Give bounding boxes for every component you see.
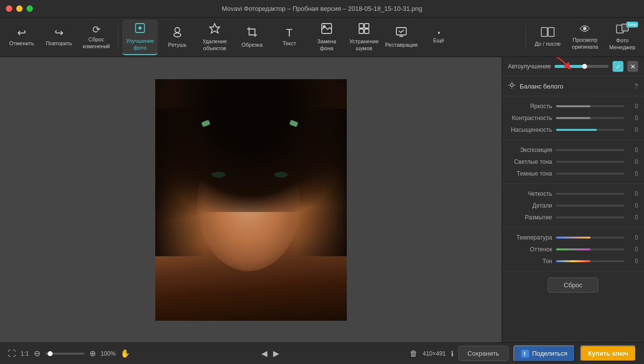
maximize-button[interactable] [27, 5, 33, 12]
buy-button[interactable]: Купить ключ [580, 345, 636, 362]
enhance-icon [134, 22, 146, 36]
svg-point-8 [323, 26, 325, 28]
share-label: Поделиться [532, 350, 567, 357]
adj-brightness-value: 0 [628, 103, 638, 110]
adj-temperature-fill [556, 237, 590, 239]
reset-adjustments-button[interactable]: Сброс [548, 277, 599, 293]
image-info-button[interactable]: ℹ [451, 350, 453, 358]
adj-blur-slider[interactable] [556, 216, 624, 218]
fullscreen-button[interactable]: ⛶ [8, 349, 16, 358]
before-after-icon [541, 27, 555, 39]
toolbar-text[interactable]: T Текст [272, 20, 307, 55]
auto-enhance-confirm[interactable]: ✓ [613, 61, 623, 72]
toolbar-retouch[interactable]: Ретушь [160, 20, 195, 55]
view-original-label: Просмотр оригинала [572, 37, 598, 50]
svg-rect-9 [359, 24, 364, 28]
adj-saturation-slider[interactable] [556, 129, 624, 131]
adj-blur-value: 0 [628, 214, 638, 221]
save-button[interactable]: Сохранить [458, 346, 509, 361]
toolbar-view-original[interactable]: 👁 Просмотр оригинала [567, 20, 603, 55]
minimize-button[interactable] [16, 5, 23, 12]
adj-hue-slider[interactable] [556, 248, 624, 250]
restore-label: Реставрация [385, 42, 418, 48]
window-controls[interactable] [6, 5, 33, 12]
toolbar-replace-bg[interactable]: Замена фона [309, 20, 344, 55]
adj-details-value: 0 [628, 202, 638, 209]
adj-temperature-row: Температура 0 [502, 232, 644, 243]
title-bar: Movavi Фоторедактор – Пробная версия – 2… [0, 0, 644, 18]
delete-image-button[interactable]: 🗑 [410, 349, 418, 358]
adj-blur-row: Размытие 0 [502, 212, 644, 223]
svg-point-4 [175, 28, 180, 32]
toolbar-more[interactable]: ▾ Ещё [421, 20, 456, 55]
adj-clarity-slider[interactable] [556, 193, 624, 195]
toolbar-undo[interactable]: ↩ Отменить [4, 20, 39, 55]
toolbar-enhance[interactable]: Улучшение фото [122, 20, 158, 55]
svg-rect-10 [364, 24, 369, 28]
toolbar-before-after[interactable]: До / после [530, 20, 565, 55]
zoom-percent: 100% [101, 350, 116, 357]
toolbar-redo[interactable]: ↪ Повторить [41, 20, 77, 55]
adj-details-slider[interactable] [556, 205, 624, 207]
next-image-button[interactable]: ▶ [273, 349, 279, 358]
adj-brightness-fill [556, 105, 590, 107]
adj-temperature-value: 0 [628, 234, 638, 241]
svg-rect-12 [364, 29, 369, 33]
more-icon: ▾ [438, 30, 440, 35]
adj-highlights-slider[interactable] [556, 161, 624, 163]
adj-contrast-slider[interactable] [556, 117, 624, 119]
arrow-container: Автоулучшение ✓ ✕ [502, 57, 644, 76]
toolbar-reset[interactable]: ⟳ Сброс изменений [79, 20, 114, 55]
prev-image-button[interactable]: ◀ [261, 349, 267, 358]
undo-label: Отменить [9, 40, 34, 47]
adj-hue-fill [556, 248, 590, 250]
facebook-icon: f [521, 350, 529, 358]
adj-shadows-value: 0 [628, 170, 638, 177]
svg-rect-11 [359, 29, 364, 33]
share-button[interactable]: f Поделиться [513, 345, 575, 362]
retouch-label: Ретушь [168, 42, 187, 48]
adj-tone-row: Тон 0 [502, 255, 644, 267]
zoom-out-icon[interactable]: ⊖ [34, 349, 40, 358]
toolbar-restore[interactable]: Реставрация [384, 20, 419, 55]
view-original-icon: 👁 [580, 24, 590, 35]
adj-blur-label: Размытие [508, 214, 552, 221]
zoom-in-icon[interactable]: ⊕ [89, 349, 96, 358]
adj-brightness-slider[interactable] [556, 105, 624, 107]
toolbar-denoise[interactable]: Устранение шумов [346, 20, 382, 55]
adj-temperature-slider[interactable] [556, 237, 624, 239]
hand-tool-icon[interactable]: ✋ [120, 349, 130, 358]
adj-contrast-label: Контрастность [508, 115, 552, 121]
adj-brightness-row: Яркость 0 [502, 100, 644, 112]
toolbar-remove-objects[interactable]: Удаление объектов [197, 20, 232, 55]
adj-hue-label: Оттенок [508, 246, 552, 253]
text-label: Текст [282, 40, 296, 47]
status-bar: ⛶ 1:1 ⊖ ⊕ 100% ✋ ◀ ▶ 🗑 410×491 ℹ Сохрани… [0, 342, 644, 364]
enhance-label: Улучшение фото [126, 38, 154, 51]
svg-rect-17 [548, 28, 554, 36]
zoom-handle [48, 351, 53, 356]
toolbar-crop[interactable]: Обрезка [234, 20, 270, 55]
adj-section-color: Температура 0 Оттенок 0 Тон 0 [502, 228, 644, 272]
adj-exposure-row: Экспозиция 0 [502, 144, 644, 156]
adj-section-basic: Яркость 0 Контрастность 0 Насыщенность [502, 96, 644, 140]
toolbar-photo-manager[interactable]: New Фото Менеджер [605, 20, 640, 55]
adj-exposure-slider[interactable] [556, 149, 624, 151]
white-balance-row: Баланс белого ? [502, 76, 644, 96]
adj-clarity-row: Четкость 0 [502, 188, 644, 200]
new-badge: New [626, 22, 638, 28]
photo-hair-left [155, 109, 204, 256]
adj-tone-slider[interactable] [556, 260, 624, 262]
white-balance-help[interactable]: ? [634, 82, 638, 90]
adj-contrast-value: 0 [628, 115, 638, 121]
adj-hue-row: Оттенок 0 [502, 243, 644, 255]
status-center: ◀ ▶ [136, 349, 404, 358]
zoom-slider[interactable] [45, 353, 84, 355]
close-button[interactable] [6, 5, 12, 12]
auto-enhance-slider[interactable] [555, 65, 609, 68]
status-right: 🗑 410×491 ℹ Сохранить f Поделиться Купит… [410, 345, 636, 362]
auto-enhance-cancel[interactable]: ✕ [627, 61, 638, 72]
adj-details-row: Детали 0 [502, 200, 644, 212]
crop-label: Обрезка [241, 42, 262, 48]
adj-shadows-slider[interactable] [556, 173, 624, 175]
